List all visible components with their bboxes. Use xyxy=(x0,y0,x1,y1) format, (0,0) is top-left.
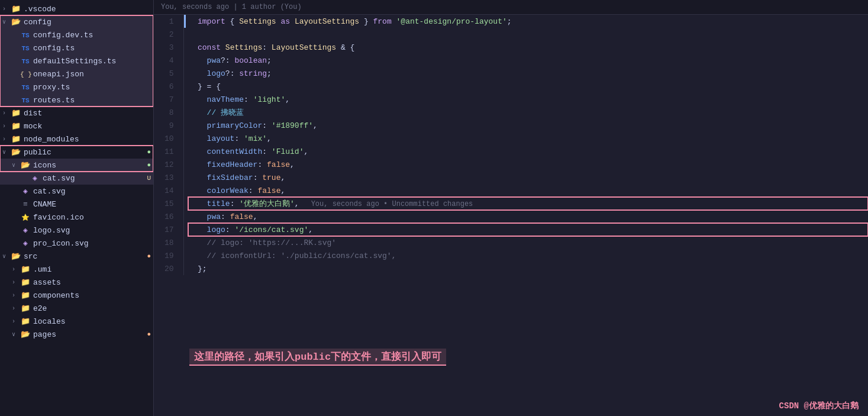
token: false xyxy=(257,186,280,195)
git-gutter xyxy=(183,28,188,41)
code-line-20: 20}; xyxy=(154,262,868,275)
tree-item-label: routes.ts xyxy=(33,96,151,105)
code-line-1: 1import { Settings as LayoutSettings } f… xyxy=(154,15,868,28)
sidebar-item-config[interactable]: ∨📂config xyxy=(0,15,153,28)
sidebar-item-locales[interactable]: ›📁locales xyxy=(0,315,153,328)
sidebar-item-mock[interactable]: ›📁mock xyxy=(0,120,153,133)
sidebar-item-defaultSettings[interactable]: TSdefaultSettings.ts xyxy=(0,54,153,67)
token: Settings xyxy=(239,17,276,26)
code-content: primaryColor: '#1890ff', xyxy=(188,119,868,132)
sidebar-item-routes[interactable]: TSroutes.ts xyxy=(0,93,153,107)
token: , xyxy=(253,212,258,221)
sidebar-item-components[interactable]: ›📁components xyxy=(0,289,153,302)
token: primaryColor xyxy=(207,121,263,130)
token: , xyxy=(280,173,285,182)
token xyxy=(198,238,207,247)
token xyxy=(198,147,207,156)
git-gutter xyxy=(183,80,188,93)
file-type-icon: TS xyxy=(20,83,31,92)
token: true xyxy=(262,173,280,182)
sidebar-item-assets[interactable]: ›📁assets xyxy=(0,276,153,289)
sidebar-item-proxy[interactable]: TSproxy.ts xyxy=(0,80,153,93)
code-content: logo?: string; xyxy=(188,67,868,80)
sidebar-item-icons[interactable]: ∨📂icons● xyxy=(0,159,153,172)
sidebar-item-favicon[interactable]: ⭐favicon.ico xyxy=(0,211,153,224)
token: false xyxy=(267,160,290,169)
file-type-icon: 📁 xyxy=(20,265,31,274)
token xyxy=(198,173,207,182)
file-type-icon: 📂 xyxy=(11,251,21,261)
git-gutter xyxy=(183,93,188,106)
token xyxy=(198,95,207,104)
code-line-12: 12 fixedHeader: false, xyxy=(154,158,868,171)
token xyxy=(198,225,207,234)
file-type-icon: { } xyxy=(20,70,31,79)
token: logo xyxy=(207,69,225,78)
file-type-icon: 📁 xyxy=(11,134,21,144)
token: ; xyxy=(267,69,272,78)
code-line-2: 2 xyxy=(154,28,868,41)
tree-item-label: dist xyxy=(24,109,151,118)
code-content: }; xyxy=(188,262,868,275)
editor-main: You, seconds ago | 1 author (You) 1impor… xyxy=(154,0,868,416)
code-line-16: 16 pwa: false, xyxy=(154,210,868,223)
code-line-9: 9 primaryColor: '#1890ff', xyxy=(154,119,868,132)
sidebar-item-cat-svg-icons[interactable]: ◈cat.svgU xyxy=(0,172,153,185)
sidebar-item-cat-svg[interactable]: ◈cat.svg xyxy=(0,185,153,198)
sidebar-item-e2e[interactable]: ›📁e2e xyxy=(0,302,153,315)
sidebar-item-pro-icon-svg[interactable]: ◈pro_icon.svg xyxy=(0,237,153,250)
sidebar-item-pages[interactable]: ∨📂pages● xyxy=(0,328,153,341)
sidebar-item-logo-svg[interactable]: ◈logo.svg xyxy=(0,224,153,237)
token: , xyxy=(285,95,290,104)
git-gutter xyxy=(183,249,188,262)
tree-item-label: pro_icon.svg xyxy=(33,239,151,248)
token: contentWidth xyxy=(207,147,263,156)
tree-item-label: mock xyxy=(24,122,151,131)
sidebar-item-public[interactable]: ∨📂public● xyxy=(0,146,153,159)
tree-item-label: proxy.ts xyxy=(33,83,151,92)
token: '@ant-design/pro-layout' xyxy=(396,17,507,26)
sidebar-item-node_modules[interactable]: ›📁node_modules xyxy=(0,133,153,146)
git-gutter xyxy=(183,158,188,171)
token: : xyxy=(262,43,272,52)
sidebar-item-config-dev[interactable]: TSconfig.dev.ts xyxy=(0,28,153,41)
sidebar-item-cname[interactable]: ≡CNAME xyxy=(0,198,153,211)
token: : xyxy=(230,199,240,208)
token: LayoutSettings xyxy=(295,17,359,26)
token: from xyxy=(373,17,392,26)
code-line-8: 8 // 拂晓蓝 xyxy=(154,106,868,119)
line-number: 10 xyxy=(154,132,183,145)
line-number: 4 xyxy=(154,54,183,67)
token: : xyxy=(262,121,272,130)
sidebar-item-vscode[interactable]: ›📁.vscode xyxy=(0,2,153,15)
token xyxy=(198,199,207,208)
tree-item-label: components xyxy=(33,291,151,300)
code-content: contentWidth: 'Fluid', xyxy=(188,145,868,158)
token: , xyxy=(290,160,295,169)
token: } xyxy=(359,17,373,26)
file-type-icon: 📁 xyxy=(11,4,21,14)
token: : xyxy=(262,147,272,156)
sidebar-item-config-ts[interactable]: TSconfig.ts xyxy=(0,41,153,54)
tree-item-label: logo.svg xyxy=(33,226,151,235)
sidebar-item-oneapi[interactable]: { }oneapi.json xyxy=(0,67,153,80)
tree-item-label: node_modules xyxy=(24,135,151,144)
sidebar-item-src[interactable]: ∨📂src● xyxy=(0,250,153,263)
git-gutter xyxy=(183,197,188,210)
tree-item-label: pages xyxy=(33,330,144,339)
line-number: 14 xyxy=(154,184,183,197)
file-type-icon: 📁 xyxy=(11,108,21,118)
sidebar-item-umi[interactable]: ›📁.umi xyxy=(0,263,153,276)
token xyxy=(198,212,207,221)
git-badge: ● xyxy=(147,253,151,260)
tree-arrow-icon: ∨ xyxy=(2,149,11,156)
file-type-icon: TS xyxy=(20,31,31,40)
tree-item-label: favicon.ico xyxy=(33,213,151,222)
sidebar-item-dist[interactable]: ›📁dist xyxy=(0,107,153,120)
file-type-icon: 📁 xyxy=(20,317,31,326)
token: }; xyxy=(198,265,207,273)
tree-item-label: defaultSettings.ts xyxy=(33,57,151,66)
token: 'mix' xyxy=(244,134,267,143)
attribution: CSDN @优雅的大白鹅 xyxy=(779,401,859,411)
code-content: import { Settings as LayoutSettings } fr… xyxy=(188,15,868,28)
